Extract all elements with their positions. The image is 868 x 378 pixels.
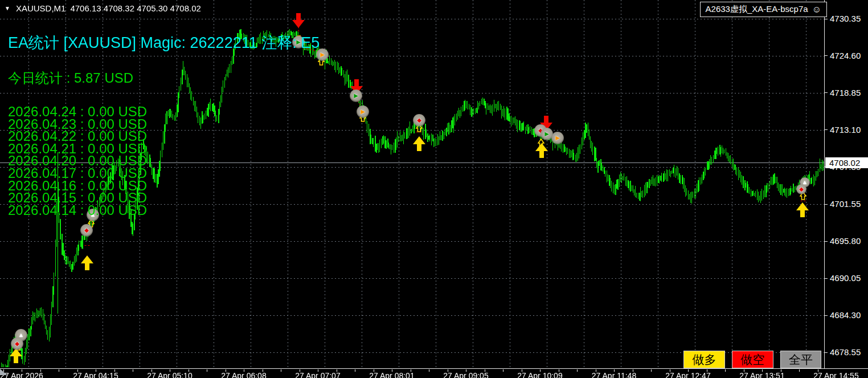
current-price-box: 4708.02 [825,157,868,168]
time-tick-label: 27 Apr 12:47 [665,371,710,378]
price-tick-mark [825,92,828,93]
time-tick-label: 27 Apr 11:48 [592,371,636,378]
symbol-period-label: XAUUSD,M1 [16,3,66,13]
price-tick-mark [825,352,828,353]
price-tick-label: 4724.60 [830,51,861,60]
ea-today-stat: 今日统计 : 5.87 USD [8,71,320,85]
sell-button[interactable]: 做空 [732,351,773,368]
time-tick-mark [429,369,429,372]
time-tick-label: 27 Apr 05:10 [147,371,192,378]
price-scale[interactable]: 4708.02 4730.354724.604718.854713.104707… [824,0,868,368]
price-tick-mark [825,129,828,130]
close-all-button[interactable]: 全平 [780,351,821,368]
price-tick-mark [825,241,828,242]
mt-terminal-window: ▼▲◆▲◆▶▶▶▶◆◆▶▶▲◆ ▼XAUUSD,M14706.13 4708.3… [0,0,868,378]
account-badge: A2633虚拟_XA-EA-bscp7a☺ [700,2,827,17]
time-tick-label: 27 Apr 04:15 [73,371,118,378]
time-tick-label: 27 Apr 06:08 [221,371,266,378]
price-tick-label: 4730.35 [830,14,861,23]
time-tick-mark [133,369,133,372]
time-tick-label: 27 Apr 10:09 [517,371,562,378]
time-scale[interactable]: 27 Apr 202627 Apr 04:1527 Apr 05:1027 Ap… [0,368,868,378]
ea-stats-panel: EA统计 [XAUUSD] Magic: 26222211 注释: E5 今日统… [8,15,320,237]
price-tick-mark [825,204,828,205]
price-tick-label: 4718.85 [830,88,861,97]
ohlc-values: 4706.13 4708.32 4705.30 4708.02 [70,3,200,13]
time-tick-mark [59,369,59,372]
account-badge-label: A2633虚拟_XA-EA-bscp7a [706,4,808,15]
buy-button[interactable]: 做多 [683,351,725,368]
time-tick-mark [281,369,281,372]
collapse-chart-icon[interactable]: ▼ [5,5,10,11]
time-tick-mark [799,369,800,372]
time-tick-mark [207,369,207,372]
price-tick-label: 4690.05 [830,273,861,283]
time-tick-mark [577,369,578,372]
time-tick-mark [503,369,503,372]
time-tick-label: 27 Apr 08:01 [369,371,414,378]
price-tick-mark [825,55,828,56]
time-tick-label: 27 Apr 14:55 [813,371,858,378]
price-tick-label: 4713.10 [830,125,861,135]
time-tick-label: 27 Apr 09:05 [443,371,488,378]
price-tick-label: 4684.30 [830,310,861,320]
time-tick-mark [355,369,355,372]
time-tick-mark [725,369,726,372]
ea-daily-stat-line: 2026.04.14 : 0.00 USD [8,204,320,217]
ea-daily-stats: 2026.04.24 : 0.00 USD2026.04.23 : 0.00 U… [8,105,320,216]
price-tick-label: 4695.80 [830,236,861,246]
smiley-icon: ☺ [812,5,821,15]
chart-header: ▼XAUUSD,M14706.13 4708.32 4705.30 4708.0… [5,3,201,13]
time-tick-mark [651,369,652,372]
price-tick-mark [825,19,828,19]
price-tick-mark [825,315,828,316]
time-tick-label: 27 Apr 13:51 [739,371,784,378]
price-tick-label: 4701.55 [830,199,861,209]
time-tick-label: 27 Apr 07:07 [295,371,340,378]
price-tick-label: 4678.55 [830,347,861,357]
price-tick-mark [825,278,828,279]
ea-title: EA统计 [XAUUSD] Magic: 26222211 注释: E5 [8,35,320,51]
